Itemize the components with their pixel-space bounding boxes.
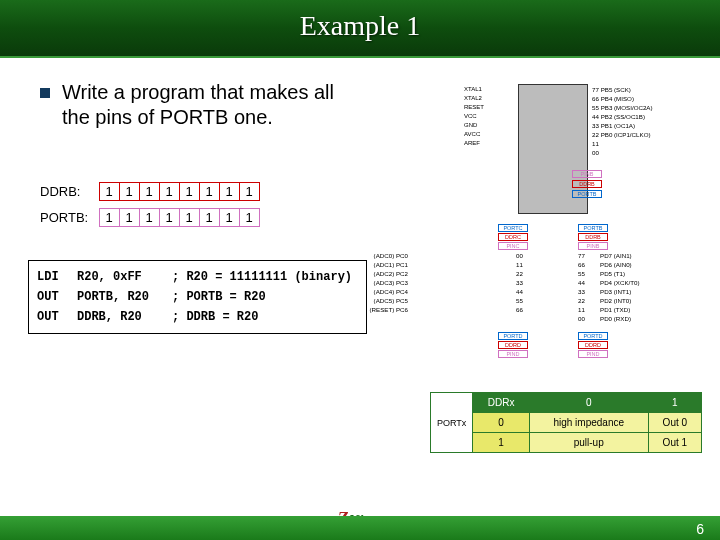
truth-table: PORTx DDRx 0 1 0 high impedance Out 0 1 …: [430, 392, 702, 453]
truth-r1c1: Out 1: [648, 433, 701, 453]
ddrb-label: DDRB:: [40, 184, 95, 199]
rect-ddrb: DDRB: [572, 180, 602, 188]
register-row-portb: PORTB: 11111111: [40, 208, 260, 227]
truth-row1-label: 1: [473, 433, 529, 453]
ddrb-bits: 11111111: [99, 182, 260, 201]
truth-row-header: PORTx: [431, 393, 473, 453]
chip-diagram: XTAL1XTAL2RESETVCCGNDAVCCAREF 77 PB5 (SC…: [402, 76, 702, 376]
portb-bits: 11111111: [99, 208, 260, 227]
rect-pinb: PINB: [572, 170, 602, 178]
portb-label: PORTB:: [40, 210, 95, 225]
register-row-ddrb: DDRB: 11111111: [40, 182, 260, 201]
bullet-text: Write a program that makes all the pins …: [62, 80, 340, 130]
truth-col-1: 1: [648, 393, 701, 413]
slide-content: Write a program that makes all the pins …: [0, 70, 720, 510]
slide-title: Example 1: [300, 10, 421, 41]
bullet-block: Write a program that makes all the pins …: [40, 80, 340, 130]
truth-r1c0: pull-up: [529, 433, 648, 453]
truth-col-0: 0: [529, 393, 648, 413]
truth-r0c1: Out 0: [648, 413, 701, 433]
truth-col-header: DDRx: [473, 393, 529, 413]
footer-bar: 6: [0, 516, 720, 540]
title-bar: Example 1: [0, 0, 720, 58]
page-number: 6: [696, 521, 704, 537]
truth-row0-label: 0: [473, 413, 529, 433]
bullet-marker: [40, 88, 50, 98]
rect-portb: PORTB: [572, 190, 602, 198]
truth-r0c0: high impedance: [529, 413, 648, 433]
